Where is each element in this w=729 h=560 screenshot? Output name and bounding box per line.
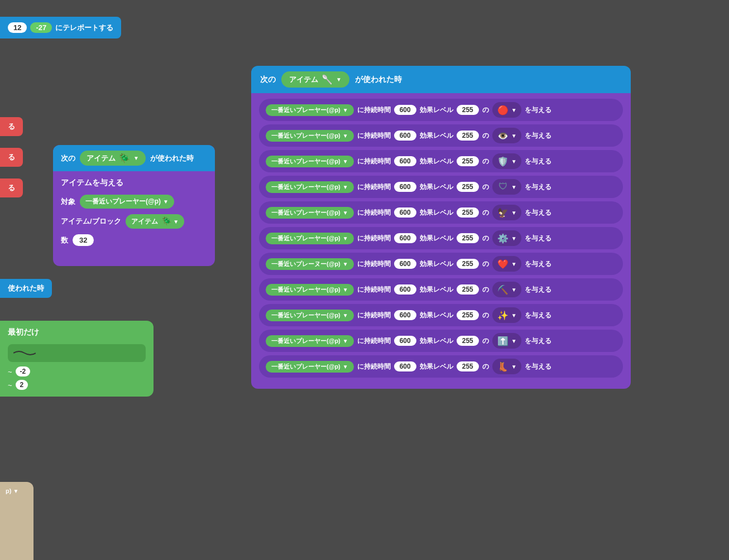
effect-row-0: 一番近いプレーヤー(@p) ▼ に持続時間 600 効果レベル 255 の 🔴 … <box>259 99 623 121</box>
icon-dropdown-2[interactable]: ▼ <box>511 158 517 165</box>
icon-pill-2[interactable]: 🛡️ ▼ <box>492 153 521 169</box>
target-label: 対象 <box>61 197 75 207</box>
player-dropdown-3[interactable]: ▼ <box>343 184 348 190</box>
icon-dropdown-1[interactable]: ▼ <box>511 133 517 139</box>
duration-value-5[interactable]: 600 <box>394 233 416 243</box>
player-select-9[interactable]: 一番近いプレーヤー(@p) ▼ <box>266 335 354 347</box>
icon-pill-9[interactable]: ⬆️ ▼ <box>492 333 521 349</box>
duration-value-4[interactable]: 600 <box>394 207 416 218</box>
effect-row-4: 一番近いプレーヤー(@p) ▼ に持続時間 600 効果レベル 255 の 🦅 … <box>259 201 623 224</box>
icon-dropdown-0[interactable]: ▼ <box>511 107 517 113</box>
icon-pill-5[interactable]: ⚙️ ▼ <box>492 230 521 246</box>
icon-dropdown-4[interactable]: ▼ <box>511 210 517 216</box>
player-select-4[interactable]: 一番近いプレーヤー(@p) ▼ <box>266 207 354 219</box>
icon-pill-4[interactable]: 🦅 ▼ <box>492 205 521 220</box>
count-value[interactable]: 32 <box>73 234 94 246</box>
level-value-2[interactable]: 255 <box>457 156 479 166</box>
level-value-6[interactable]: 255 <box>457 259 479 269</box>
icon-pill-3[interactable]: 🛡 ▼ <box>492 179 521 195</box>
player-dropdown-6[interactable]: ▼ <box>343 261 348 267</box>
counter1-value[interactable]: -2 <box>16 366 31 376</box>
level-label-0: 効果レベル <box>420 105 453 115</box>
icon-pill-10[interactable]: 👢 ▼ <box>492 359 521 374</box>
player-dropdown-0[interactable]: ▼ <box>343 107 348 113</box>
icon-dropdown-7[interactable]: ▼ <box>511 287 517 293</box>
beige-select[interactable]: p) ▼ <box>6 487 18 494</box>
main-item-label: アイテム <box>289 75 318 85</box>
player-dropdown-1[interactable]: ▼ <box>343 133 348 139</box>
duration-value-2[interactable]: 600 <box>394 156 416 166</box>
icon-dropdown-8[interactable]: ▼ <box>511 312 517 318</box>
player-dropdown-8[interactable]: ▼ <box>343 312 348 318</box>
item-type-pill[interactable]: アイテム 🪲 ▼ <box>126 214 185 229</box>
level-value-4[interactable]: 255 <box>457 207 479 218</box>
icon-dropdown-5[interactable]: ▼ <box>511 235 517 242</box>
effect-icon-10: 👢 <box>497 360 509 373</box>
player-dropdown-10[interactable]: ▼ <box>343 364 348 370</box>
duration-value-0[interactable]: 600 <box>394 105 416 115</box>
level-value-3[interactable]: 255 <box>457 182 479 192</box>
left-item-pill[interactable]: アイテム 🪲 ▼ <box>80 151 146 166</box>
left-suffix: が使われた時 <box>150 153 194 163</box>
player-select-1[interactable]: 一番近いプレーヤー(@p) ▼ <box>266 130 354 142</box>
player-dropdown-9[interactable]: ▼ <box>343 338 348 344</box>
level-label-1: 効果レベル <box>420 131 453 141</box>
level-value-5[interactable]: 255 <box>457 233 479 243</box>
duration-value-1[interactable]: 600 <box>394 131 416 141</box>
icon-pill-6[interactable]: ❤️ ▼ <box>492 256 521 272</box>
icon-pill-8[interactable]: ✨ ▼ <box>492 307 521 323</box>
icon-dropdown-10[interactable]: ▼ <box>511 364 517 370</box>
player-select-8[interactable]: 一番近いプレーヤー(@p) ▼ <box>266 310 354 321</box>
red-block-1: る <box>0 117 23 136</box>
left-item-dropdown-icon[interactable]: ▼ <box>133 155 139 161</box>
green-inner-bar <box>8 344 146 362</box>
level-value-0[interactable]: 255 <box>457 105 479 115</box>
duration-value-6[interactable]: 600 <box>394 259 416 269</box>
player-select-5[interactable]: 一番近いプレーヤー(@p) ▼ <box>266 233 354 244</box>
player-dropdown-7[interactable]: ▼ <box>343 287 348 293</box>
duration-value-10[interactable]: 600 <box>394 361 416 371</box>
duration-label-5: に持続時間 <box>357 234 391 243</box>
give-label-1: を与える <box>525 131 551 141</box>
level-label-2: 効果レベル <box>420 157 453 166</box>
target-select[interactable]: 一番近いプレーヤー(@p) ▼ <box>80 195 174 209</box>
player-dropdown-2[interactable]: ▼ <box>343 158 348 165</box>
main-item-pill[interactable]: アイテム 🥄 ▼ <box>281 71 349 88</box>
duration-value-8[interactable]: 600 <box>394 310 416 320</box>
duration-label-6: に持続時間 <box>357 259 391 269</box>
give-label-5: を与える <box>525 234 551 243</box>
counter2-value[interactable]: 2 <box>16 380 28 390</box>
player-select-10[interactable]: 一番近いプレーヤー(@p) ▼ <box>266 361 354 373</box>
player-dropdown-4[interactable]: ▼ <box>343 210 348 216</box>
main-prefix: 次の <box>260 75 276 85</box>
duration-value-3[interactable]: 600 <box>394 182 416 192</box>
icon-pill-1[interactable]: 👁️ ▼ <box>492 128 521 143</box>
counter-row-2: ~ 2 <box>8 380 146 390</box>
player-select-2[interactable]: 一番近いプレーヤー(@p) ▼ <box>266 156 354 167</box>
green-block: 最初だけ ~ -2 ~ 2 <box>0 321 154 397</box>
teleport-x-value[interactable]: 12 <box>8 22 27 33</box>
icon-dropdown-6[interactable]: ▼ <box>511 261 517 267</box>
level-value-7[interactable]: 255 <box>457 284 479 295</box>
duration-value-9[interactable]: 600 <box>394 336 416 346</box>
level-label-7: 効果レベル <box>420 285 453 295</box>
player-select-6[interactable]: 一番近いプレーヌー(@p) ▼ <box>266 258 354 270</box>
main-item-dropdown-icon[interactable]: ▼ <box>336 76 342 83</box>
level-value-1[interactable]: 255 <box>457 131 479 141</box>
effect-icon-5: ⚙️ <box>497 232 509 244</box>
player-select-0[interactable]: 一番近いプレーヤー(@p) ▼ <box>266 104 354 116</box>
teleport-y-value[interactable]: -27 <box>30 22 52 33</box>
icon-dropdown-9[interactable]: ▼ <box>511 338 517 344</box>
duration-value-7[interactable]: 600 <box>394 284 416 295</box>
give-label-4: を与える <box>525 208 551 218</box>
player-select-7[interactable]: 一番近いプレーヤー(@p) ▼ <box>266 284 354 296</box>
player-dropdown-5[interactable]: ▼ <box>343 235 348 242</box>
icon-dropdown-3[interactable]: ▼ <box>511 184 517 190</box>
level-value-8[interactable]: 255 <box>457 310 479 320</box>
give-label-2: を与える <box>525 157 551 166</box>
icon-pill-0[interactable]: 🔴 ▼ <box>492 102 521 118</box>
player-select-3[interactable]: 一番近いプレーヤー(@p) ▼ <box>266 181 354 193</box>
level-value-9[interactable]: 255 <box>457 336 479 346</box>
icon-pill-7[interactable]: ⛏️ ▼ <box>492 282 521 297</box>
level-value-10[interactable]: 255 <box>457 361 479 371</box>
